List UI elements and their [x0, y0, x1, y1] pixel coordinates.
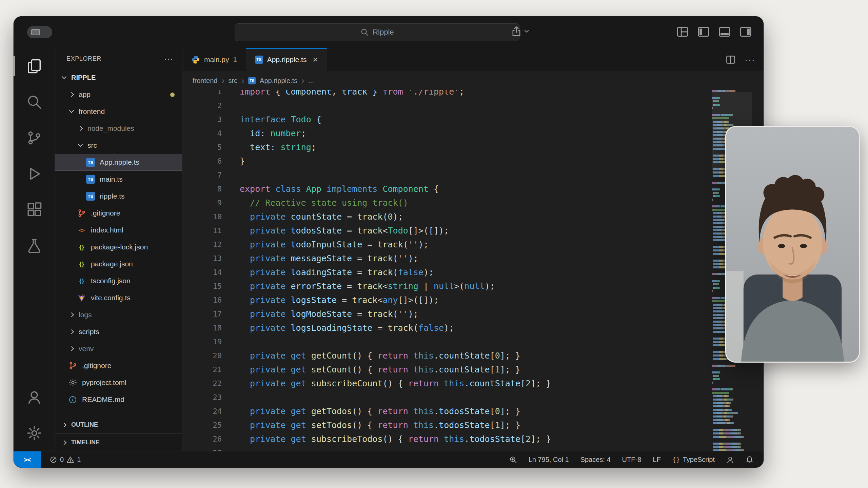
line-number: 8	[182, 185, 222, 193]
tree-item-pyproject-toml[interactable]: pyproject.toml	[55, 374, 182, 391]
code-line: 4 id: number;	[182, 126, 764, 140]
tree-item-label: package-lock.json	[91, 243, 148, 251]
code-line: 1import { Component, track } from './rip…	[182, 90, 764, 99]
code-line: 22 private get subscribeCount() { return…	[182, 377, 764, 390]
line-number: 24	[182, 407, 222, 415]
editor-group: main.py 1 TS App.ripple.ts × ··· fronten…	[182, 48, 764, 451]
code-line: 2	[182, 99, 764, 113]
tree-root-ripple[interactable]: RIPPLE	[55, 69, 182, 86]
tree-item-label: index.html	[91, 226, 123, 234]
code-line: 23	[182, 390, 764, 404]
line-number: 10	[182, 212, 222, 221]
chevron-right-icon	[69, 329, 74, 334]
activity-source-control[interactable]	[14, 120, 55, 156]
activity-account[interactable]	[14, 379, 55, 415]
language-mode[interactable]: {} TypeScript	[672, 456, 715, 464]
tree-item-main-ts[interactable]: TSmain.ts	[55, 171, 182, 188]
customize-layout-button[interactable]	[676, 25, 689, 38]
cursor-position[interactable]: Ln 795, Col 1	[529, 456, 569, 464]
bell-icon	[746, 456, 753, 464]
modified-dot-badge	[170, 93, 175, 97]
tree-item--gitignore[interactable]: .gitignore	[55, 205, 182, 222]
tree-item-label: main.ts	[100, 175, 123, 183]
tree-item-frontend[interactable]: frontend	[55, 103, 182, 120]
line-number: 15	[182, 282, 222, 290]
problems-indicator[interactable]: 0 1	[50, 456, 81, 464]
feedback-account[interactable]	[726, 456, 734, 464]
tree-item-node-modules[interactable]: node_modules	[55, 120, 182, 137]
python-icon	[191, 55, 200, 64]
tree-item-label: src	[87, 141, 97, 149]
typescript-file-icon: TS	[86, 192, 95, 201]
eol-sequence[interactable]: LF	[653, 456, 660, 464]
breadcrumb-item-file[interactable]: App.ripple.ts	[260, 77, 297, 85]
tree-item-package-lock-json[interactable]: {}package-lock.json	[55, 239, 182, 256]
toggle-panel-button[interactable]	[718, 25, 731, 38]
code-line: 24 private get getTodos() { return this.…	[182, 404, 764, 418]
titlebar-pill-toggle[interactable]	[27, 26, 52, 38]
tree-item-label: tsconfig.json	[91, 277, 131, 285]
tree-item-readme-md[interactable]: iREADME.md	[55, 391, 182, 408]
tree-item-ripple-ts[interactable]: TSripple.ts	[55, 188, 182, 205]
line-number: 3	[182, 115, 222, 124]
notifications[interactable]	[746, 456, 753, 464]
encoding[interactable]: UTF-8	[622, 456, 642, 464]
account-icon	[726, 456, 734, 464]
activity-testing[interactable]	[14, 228, 55, 264]
breadcrumb-item-symbol[interactable]: ...	[308, 77, 314, 85]
breadcrumb-item-src[interactable]: src	[228, 77, 237, 85]
split-editor-icon[interactable]	[726, 55, 736, 65]
tab-app-ripple-ts[interactable]: TS App.ripple.ts ×	[246, 48, 327, 71]
line-number: 26	[182, 435, 222, 443]
remote-indicator[interactable]: ><	[14, 451, 41, 468]
tree-item-scripts[interactable]: scripts	[55, 323, 182, 340]
toggle-primary-sidebar-button[interactable]	[697, 25, 710, 38]
activity-extensions[interactable]	[14, 192, 55, 228]
activity-explorer[interactable]	[14, 48, 55, 84]
activity-settings[interactable]	[14, 415, 55, 451]
tree-item-logs[interactable]: logs	[55, 306, 182, 323]
indentation[interactable]: Spaces: 4	[580, 456, 611, 464]
chevron-right-icon: ›	[301, 76, 304, 85]
outline-section[interactable]: OUTLINE	[55, 416, 182, 433]
explorer-more-actions[interactable]: ···	[164, 54, 173, 63]
tsconfig-file-icon: {}	[77, 277, 86, 285]
line-number: 4	[182, 129, 222, 138]
tab-problem-badge: 1	[233, 56, 237, 64]
close-icon[interactable]: ×	[313, 55, 318, 64]
code-line: 3interface Todo {	[182, 113, 764, 126]
activity-run-debug[interactable]	[14, 156, 55, 192]
code-editor[interactable]: 1import { Component, track } from './rip…	[182, 90, 764, 451]
share-button[interactable]	[511, 26, 529, 37]
tree-item--gitignore[interactable]: .gitignore	[55, 357, 182, 374]
tree-item-index-html[interactable]: <>index.html	[55, 222, 182, 239]
chevron-right-icon	[69, 312, 74, 317]
code-line: 20 private get getCount() { return this.…	[182, 349, 764, 363]
line-number: 19	[182, 338, 222, 346]
toggle-secondary-sidebar-button[interactable]	[739, 25, 752, 38]
line-number: 11	[182, 226, 222, 235]
code-line: 27	[182, 446, 764, 451]
line-number: 7	[182, 171, 222, 179]
tree-item-label: logs	[79, 311, 92, 319]
tab-bar: main.py 1 TS App.ripple.ts × ···	[182, 48, 764, 71]
tree-item-venv[interactable]: venv	[55, 340, 182, 357]
gear-icon	[26, 425, 42, 441]
panel-left-icon	[697, 25, 710, 38]
editor-more-actions[interactable]: ···	[745, 55, 755, 65]
tree-item-app[interactable]: app	[55, 86, 182, 103]
tab-main-py[interactable]: main.py 1	[182, 48, 246, 71]
panel-right-icon	[739, 25, 752, 38]
tree-item-vite-config-ts[interactable]: vite.config.ts	[55, 289, 182, 306]
tree-item-package-json[interactable]: {}package.json	[55, 256, 182, 272]
tree-item-tsconfig-json[interactable]: {}tsconfig.json	[55, 272, 182, 289]
timeline-section[interactable]: TIMELINE	[55, 433, 182, 451]
extensions-icon	[26, 202, 42, 218]
activity-search[interactable]	[14, 84, 55, 120]
tree-item-app-ripple-ts[interactable]: TSApp.ripple.ts	[55, 154, 182, 171]
breadcrumb-item-frontend[interactable]: frontend	[193, 77, 217, 85]
typescript-file-icon: TS	[86, 175, 95, 184]
tree-item-src[interactable]: src	[55, 137, 182, 154]
command-center-search[interactable]: Ripple	[235, 23, 519, 41]
zoom-indicator[interactable]	[509, 456, 517, 464]
